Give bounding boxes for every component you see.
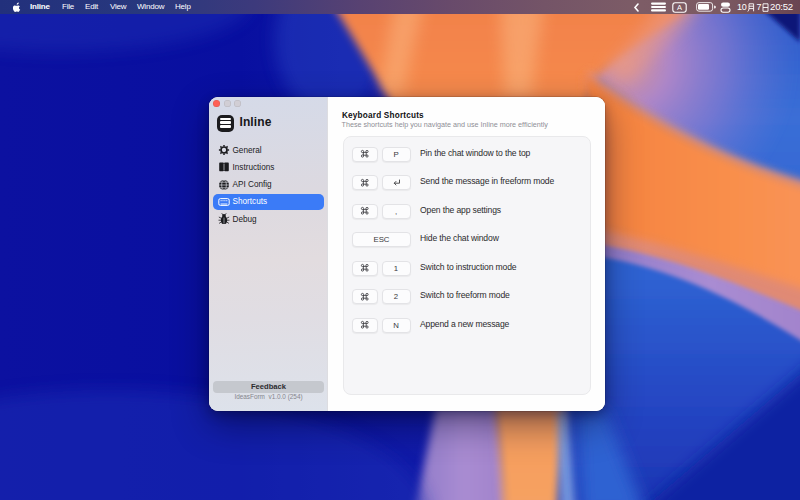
- svg-text:A: A: [677, 3, 682, 12]
